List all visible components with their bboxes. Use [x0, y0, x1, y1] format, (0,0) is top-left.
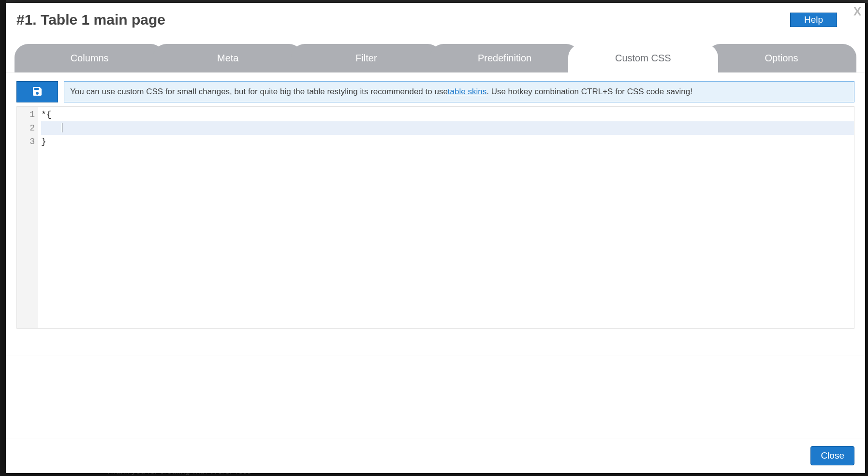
modal-dialog: #1. Table 1 main page Help X Columns Met… [6, 3, 865, 473]
code-line-active[interactable] [41, 121, 854, 135]
tab-predefinition[interactable]: Predefinition [430, 44, 580, 72]
tab-bar: Columns Meta Filter Predefinition Custom… [6, 37, 865, 72]
tab-panel-custom-css: You can use custom CSS for small changes… [6, 72, 865, 356]
help-button[interactable]: Help [790, 13, 837, 27]
tab-custom-css[interactable]: Custom CSS [568, 44, 718, 72]
modal-header: #1. Table 1 main page Help X [6, 3, 865, 37]
tab-label: Filter [355, 53, 377, 63]
code-line[interactable]: } [41, 135, 854, 148]
save-icon [31, 86, 43, 99]
save-button[interactable] [16, 81, 58, 102]
info-banner: You can use custom CSS for small changes… [64, 81, 854, 102]
empty-gap [6, 356, 865, 438]
tab-options[interactable]: Options [706, 44, 856, 72]
tab-meta[interactable]: Meta [153, 44, 303, 72]
modal-title: #1. Table 1 main page [16, 12, 790, 28]
text-cursor [62, 123, 62, 132]
info-text-before: You can use custom CSS for small changes… [70, 87, 448, 97]
info-text-after: . Use hotkey combination CTRL+S for CSS … [486, 87, 692, 97]
close-button[interactable]: Close [810, 446, 854, 465]
backdrop-left-strip [0, 0, 6, 476]
code-line[interactable]: *{ [41, 108, 854, 121]
tab-label: Options [765, 53, 798, 63]
tab-columns[interactable]: Columns [15, 44, 164, 72]
line-number: 2 [17, 121, 35, 135]
tab-label: Custom CSS [615, 53, 671, 63]
modal-footer: Close [6, 438, 865, 473]
line-number: 3 [17, 135, 35, 148]
tab-label: Columns [71, 53, 109, 63]
tab-filter[interactable]: Filter [291, 44, 441, 72]
close-icon[interactable]: X [853, 5, 861, 18]
css-editor[interactable]: 1 2 3 *{ } [16, 106, 854, 329]
editor-code-area[interactable]: *{ } [38, 107, 854, 328]
tab-label: Meta [217, 53, 238, 63]
table-skins-link[interactable]: table skins [448, 87, 486, 97]
line-number: 1 [17, 108, 35, 121]
tab-label: Predefinition [478, 53, 531, 63]
toolbar-row: You can use custom CSS for small changes… [16, 81, 854, 102]
code-text [41, 123, 62, 133]
editor-gutter: 1 2 3 [17, 107, 38, 328]
